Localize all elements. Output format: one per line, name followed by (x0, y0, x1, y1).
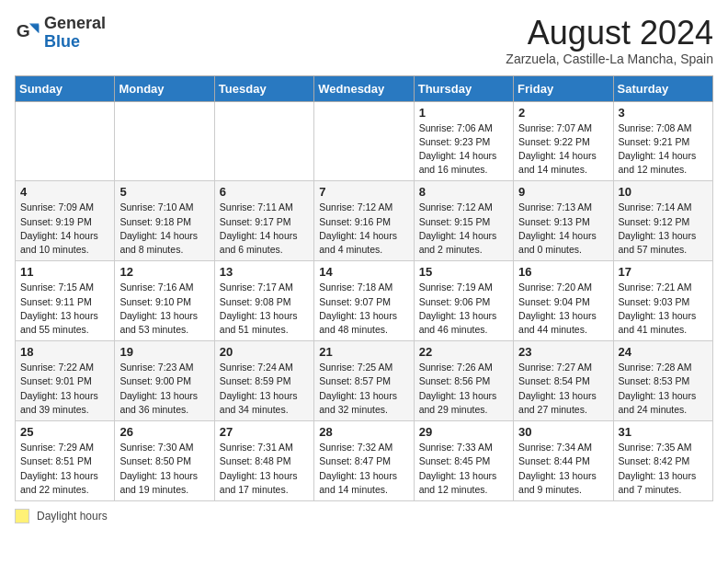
calendar-cell: 15Sunrise: 7:19 AM Sunset: 9:06 PM Dayli… (414, 261, 513, 341)
daylight-swatch (15, 509, 29, 523)
calendar-cell: 27Sunrise: 7:31 AM Sunset: 8:48 PM Dayli… (214, 421, 313, 501)
day-info: Sunrise: 7:30 AM Sunset: 8:50 PM Dayligh… (119, 441, 209, 497)
day-info: Sunrise: 7:08 AM Sunset: 9:21 PM Dayligh… (619, 121, 708, 178)
day-info: Sunrise: 7:33 AM Sunset: 8:45 PM Dayligh… (419, 441, 508, 497)
day-info: Sunrise: 7:12 AM Sunset: 9:16 PM Dayligh… (319, 201, 408, 257)
day-number: 14 (319, 265, 408, 279)
calendar-cell: 14Sunrise: 7:18 AM Sunset: 9:07 PM Dayli… (314, 261, 414, 341)
day-number: 22 (419, 345, 508, 359)
day-number: 10 (619, 185, 708, 199)
day-number: 2 (518, 106, 608, 120)
svg-text:G: G (17, 20, 30, 40)
day-info: Sunrise: 7:06 AM Sunset: 9:23 PM Dayligh… (419, 121, 508, 178)
day-number: 12 (119, 265, 209, 279)
logo-blue-text: Blue (44, 32, 80, 51)
col-header-friday: Friday (514, 75, 613, 101)
day-info: Sunrise: 7:21 AM Sunset: 9:03 PM Dayligh… (619, 281, 708, 337)
day-info: Sunrise: 7:15 AM Sunset: 9:11 PM Dayligh… (20, 281, 109, 337)
calendar-week-2: 4Sunrise: 7:09 AM Sunset: 9:19 PM Daylig… (16, 181, 713, 261)
day-info: Sunrise: 7:32 AM Sunset: 8:47 PM Dayligh… (319, 441, 408, 497)
calendar-week-1: 1Sunrise: 7:06 AM Sunset: 9:23 PM Daylig… (16, 101, 713, 181)
day-number: 24 (619, 345, 708, 359)
svg-marker-2 (31, 25, 40, 33)
day-number: 19 (119, 345, 209, 359)
day-info: Sunrise: 7:28 AM Sunset: 8:53 PM Dayligh… (619, 361, 708, 417)
logo-general-text: General (44, 14, 106, 32)
day-number: 26 (119, 425, 209, 439)
day-info: Sunrise: 7:22 AM Sunset: 9:01 PM Dayligh… (20, 361, 109, 417)
calendar-cell: 5Sunrise: 7:10 AM Sunset: 9:18 PM Daylig… (115, 181, 214, 261)
day-info: Sunrise: 7:12 AM Sunset: 9:15 PM Dayligh… (419, 201, 508, 257)
calendar-week-4: 18Sunrise: 7:22 AM Sunset: 9:01 PM Dayli… (16, 341, 713, 421)
location-subtitle: Zarzuela, Castille-La Mancha, Spain (506, 52, 713, 66)
day-number: 13 (220, 265, 309, 279)
calendar-cell: 17Sunrise: 7:21 AM Sunset: 9:03 PM Dayli… (613, 261, 712, 341)
calendar-cell (115, 101, 214, 181)
calendar-header-row: SundayMondayTuesdayWednesdayThursdayFrid… (16, 75, 713, 101)
page-header: G General Blue August 2024 Zarzuela, Cas… (15, 15, 713, 66)
day-number: 17 (619, 265, 708, 279)
day-info: Sunrise: 7:17 AM Sunset: 9:08 PM Dayligh… (220, 281, 309, 337)
day-number: 16 (518, 265, 608, 279)
calendar-cell: 21Sunrise: 7:25 AM Sunset: 8:57 PM Dayli… (314, 341, 414, 421)
calendar-cell: 26Sunrise: 7:30 AM Sunset: 8:50 PM Dayli… (115, 421, 214, 501)
daylight-label: Daylight hours (37, 510, 108, 523)
calendar-cell: 30Sunrise: 7:34 AM Sunset: 8:44 PM Dayli… (514, 421, 613, 501)
day-info: Sunrise: 7:09 AM Sunset: 9:19 PM Dayligh… (20, 201, 109, 257)
day-info: Sunrise: 7:25 AM Sunset: 8:57 PM Dayligh… (319, 361, 408, 417)
day-info: Sunrise: 7:13 AM Sunset: 9:13 PM Dayligh… (518, 201, 608, 257)
day-number: 15 (419, 265, 508, 279)
calendar-cell: 16Sunrise: 7:20 AM Sunset: 9:04 PM Dayli… (514, 261, 613, 341)
day-info: Sunrise: 7:24 AM Sunset: 8:59 PM Dayligh… (220, 361, 309, 417)
day-number: 18 (20, 345, 109, 359)
logo-text: General Blue (44, 15, 106, 52)
day-info: Sunrise: 7:11 AM Sunset: 9:17 PM Dayligh… (220, 201, 309, 257)
calendar-week-5: 25Sunrise: 7:29 AM Sunset: 8:51 PM Dayli… (16, 421, 713, 501)
month-title: August 2024 (506, 15, 713, 52)
calendar-cell (214, 101, 313, 181)
day-number: 28 (319, 425, 408, 439)
calendar-cell: 2Sunrise: 7:07 AM Sunset: 9:22 PM Daylig… (514, 101, 613, 181)
day-info: Sunrise: 7:31 AM Sunset: 8:48 PM Dayligh… (220, 441, 309, 497)
calendar-cell: 31Sunrise: 7:35 AM Sunset: 8:42 PM Dayli… (613, 421, 712, 501)
calendar-footer: Daylight hours (15, 509, 713, 523)
day-number: 3 (619, 106, 708, 120)
day-number: 20 (220, 345, 309, 359)
day-info: Sunrise: 7:20 AM Sunset: 9:04 PM Dayligh… (518, 281, 608, 337)
calendar-cell: 1Sunrise: 7:06 AM Sunset: 9:23 PM Daylig… (414, 101, 513, 181)
day-number: 29 (419, 425, 508, 439)
day-info: Sunrise: 7:10 AM Sunset: 9:18 PM Dayligh… (119, 201, 209, 257)
day-number: 5 (119, 185, 209, 199)
calendar-cell: 28Sunrise: 7:32 AM Sunset: 8:47 PM Dayli… (314, 421, 414, 501)
day-info: Sunrise: 7:34 AM Sunset: 8:44 PM Dayligh… (518, 441, 608, 497)
day-number: 6 (220, 185, 309, 199)
calendar-cell: 25Sunrise: 7:29 AM Sunset: 8:51 PM Dayli… (16, 421, 115, 501)
col-header-thursday: Thursday (414, 75, 513, 101)
calendar-cell: 19Sunrise: 7:23 AM Sunset: 9:00 PM Dayli… (115, 341, 214, 421)
logo: G General Blue (15, 15, 106, 52)
col-header-saturday: Saturday (613, 75, 712, 101)
logo-icon: G (15, 20, 40, 46)
day-info: Sunrise: 7:14 AM Sunset: 9:12 PM Dayligh… (619, 201, 708, 257)
calendar-cell: 10Sunrise: 7:14 AM Sunset: 9:12 PM Dayli… (613, 181, 712, 261)
day-info: Sunrise: 7:27 AM Sunset: 8:54 PM Dayligh… (518, 361, 608, 417)
day-number: 9 (518, 185, 608, 199)
calendar-cell: 9Sunrise: 7:13 AM Sunset: 9:13 PM Daylig… (514, 181, 613, 261)
calendar-cell: 29Sunrise: 7:33 AM Sunset: 8:45 PM Dayli… (414, 421, 513, 501)
calendar-cell: 13Sunrise: 7:17 AM Sunset: 9:08 PM Dayli… (214, 261, 313, 341)
title-block: August 2024 Zarzuela, Castille-La Mancha… (506, 15, 713, 66)
day-number: 4 (20, 185, 109, 199)
day-number: 30 (518, 425, 608, 439)
calendar-cell: 23Sunrise: 7:27 AM Sunset: 8:54 PM Dayli… (514, 341, 613, 421)
calendar-cell: 22Sunrise: 7:26 AM Sunset: 8:56 PM Dayli… (414, 341, 513, 421)
day-number: 7 (319, 185, 408, 199)
calendar-cell: 11Sunrise: 7:15 AM Sunset: 9:11 PM Dayli… (16, 261, 115, 341)
calendar-cell: 4Sunrise: 7:09 AM Sunset: 9:19 PM Daylig… (16, 181, 115, 261)
day-number: 8 (419, 185, 508, 199)
calendar-cell: 20Sunrise: 7:24 AM Sunset: 8:59 PM Dayli… (214, 341, 313, 421)
day-info: Sunrise: 7:16 AM Sunset: 9:10 PM Dayligh… (119, 281, 209, 337)
day-info: Sunrise: 7:23 AM Sunset: 9:00 PM Dayligh… (119, 361, 209, 417)
calendar-cell: 8Sunrise: 7:12 AM Sunset: 9:15 PM Daylig… (414, 181, 513, 261)
calendar-cell (314, 101, 414, 181)
day-number: 21 (319, 345, 408, 359)
